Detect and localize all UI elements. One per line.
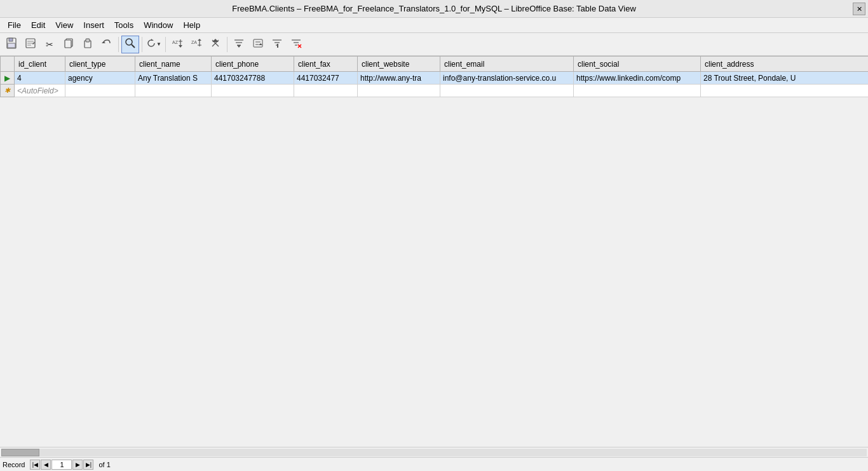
- col-header-client-social[interactable]: client_social: [574, 57, 701, 72]
- menu-help[interactable]: Help: [178, 19, 205, 31]
- cut-button[interactable]: ✂: [41, 36, 58, 53]
- cell-client-type[interactable]: agency: [65, 72, 135, 85]
- navigation-controls: |◀ ◀ ▶ ▶|: [30, 460, 93, 470]
- col-header-client-address[interactable]: client_address: [701, 57, 869, 72]
- scrollbar-thumb[interactable]: [1, 449, 39, 456]
- col-header-client-fax[interactable]: client_fax: [294, 57, 358, 72]
- cell-client-website[interactable]: http://www.any-tra: [358, 72, 440, 85]
- menu-edit[interactable]: Edit: [26, 19, 50, 31]
- sort-za-icon: ZA: [191, 38, 202, 51]
- svg-marker-33: [259, 43, 262, 45]
- data-table: id_client client_type client_name client…: [0, 56, 868, 97]
- save-button[interactable]: [3, 36, 20, 53]
- row-new-indicator: ✱: [1, 85, 15, 97]
- table-container[interactable]: id_client client_type client_name client…: [0, 56, 868, 447]
- copy-button[interactable]: [60, 36, 78, 53]
- cell-new-client-website[interactable]: [358, 85, 440, 97]
- horizontal-scrollbar[interactable]: [0, 447, 868, 457]
- col-header-client-email[interactable]: client_email: [440, 57, 574, 72]
- cell-autofield[interactable]: <AutoField>: [15, 85, 65, 97]
- cell-client-social[interactable]: https://www.linkedin.com/comp: [574, 72, 701, 85]
- paste-icon: [83, 38, 93, 50]
- nav-next-button[interactable]: ▶: [72, 460, 83, 470]
- search-icon: [125, 38, 136, 51]
- nav-first-button[interactable]: |◀: [30, 460, 40, 470]
- cell-client-address[interactable]: 28 Trout Street, Pondale, U: [701, 72, 869, 85]
- undo-button[interactable]: [98, 36, 116, 53]
- menu-bar: File Edit View Insert Tools Window Help: [0, 18, 868, 33]
- filter-button[interactable]: [268, 36, 286, 53]
- cell-new-client-type[interactable]: [65, 85, 135, 97]
- col-header-client-phone[interactable]: client_phone: [212, 57, 294, 72]
- svg-rect-37: [277, 44, 278, 48]
- cell-client-fax[interactable]: 4417032477: [294, 72, 358, 85]
- cell-id-client[interactable]: 4: [15, 72, 65, 85]
- col-header-client-website[interactable]: client_website: [358, 57, 440, 72]
- edit-button[interactable]: [22, 36, 39, 53]
- window-title: FreeBMA.Clients – FreeBMA_for_Freelance_…: [232, 4, 636, 13]
- remove-filter-icon: [290, 38, 302, 51]
- filter-icon: [271, 38, 283, 51]
- autofilter-icon: [233, 38, 245, 51]
- cell-new-client-name[interactable]: [135, 85, 212, 97]
- autofilter-button[interactable]: [230, 36, 248, 53]
- separator-1: [118, 37, 119, 52]
- save-icon: [6, 38, 17, 51]
- svg-rect-2: [8, 43, 15, 48]
- sort-za-button[interactable]: ZA: [187, 36, 205, 53]
- refresh-icon: [146, 38, 156, 50]
- cell-new-client-address[interactable]: [701, 85, 869, 97]
- menu-window[interactable]: Window: [139, 19, 178, 31]
- sort-remove-icon: [210, 38, 221, 51]
- table-new-row[interactable]: ✱ <AutoField>: [1, 85, 869, 97]
- svg-rect-30: [254, 39, 262, 47]
- menu-view[interactable]: View: [50, 19, 78, 31]
- edit-icon: [25, 38, 36, 51]
- copy-icon: [64, 38, 74, 50]
- table-row[interactable]: ▶ 4 agency Any Translation S 44170324778…: [1, 72, 869, 85]
- current-record-input[interactable]: [51, 460, 72, 470]
- row-current-indicator: ▶: [1, 72, 15, 85]
- col-header-client-name[interactable]: client_name: [135, 57, 212, 72]
- title-bar: FreeBMA.Clients – FreeBMA_for_Freelance_…: [0, 0, 868, 18]
- nav-prev-button[interactable]: ◀: [41, 460, 51, 470]
- scissors-icon: ✂: [46, 39, 53, 50]
- new-row-star-icon: ✱: [4, 86, 10, 94]
- menu-tools[interactable]: Tools: [109, 19, 139, 31]
- col-header-id-client[interactable]: id_client: [15, 57, 65, 72]
- sort-az-button[interactable]: AZ: [168, 36, 186, 53]
- cell-new-client-social[interactable]: [574, 85, 701, 97]
- sort-up-button[interactable]: [207, 36, 224, 53]
- std-filter-button[interactable]: [249, 36, 267, 53]
- menu-insert[interactable]: Insert: [78, 19, 109, 31]
- std-filter-icon: [252, 38, 264, 51]
- close-button[interactable]: ✕: [853, 3, 865, 15]
- record-label: Record: [3, 461, 25, 468]
- remove-filter-button[interactable]: [287, 36, 305, 53]
- separator-3: [165, 37, 166, 52]
- cell-new-client-phone[interactable]: [212, 85, 294, 97]
- cell-client-email[interactable]: info@any-translation-service.co.u: [440, 72, 574, 85]
- cell-client-name[interactable]: Any Translation S: [135, 72, 212, 85]
- col-header-client-type[interactable]: client_type: [65, 57, 135, 72]
- cell-new-client-email[interactable]: [440, 85, 574, 97]
- svg-marker-29: [237, 45, 241, 48]
- paste-button[interactable]: [79, 36, 97, 53]
- svg-rect-1: [9, 38, 13, 41]
- scrollbar-track[interactable]: [1, 449, 867, 456]
- sort-az-icon: AZ: [172, 38, 183, 51]
- menu-file[interactable]: File: [3, 19, 26, 31]
- current-row-arrow-icon: ▶: [4, 74, 10, 83]
- search-button[interactable]: [121, 36, 139, 53]
- svg-line-13: [132, 44, 135, 48]
- toolbar: ✂: [0, 33, 868, 56]
- svg-text:AZ: AZ: [172, 40, 179, 44]
- refresh-button[interactable]: ▼: [145, 36, 163, 53]
- separator-4: [227, 37, 227, 52]
- refresh-arrow-icon: ▼: [156, 41, 161, 47]
- svg-text:ZA: ZA: [191, 40, 197, 44]
- nav-last-button[interactable]: ▶|: [83, 460, 93, 470]
- cell-new-client-fax[interactable]: [294, 85, 358, 97]
- cell-client-phone[interactable]: 441703247788: [212, 72, 294, 85]
- svg-marker-14: [151, 39, 154, 41]
